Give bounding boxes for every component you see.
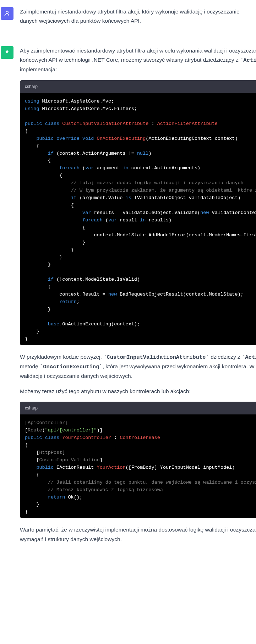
c1l11c: // Tutaj możesz dodać logikę walidacji i… xyxy=(71,180,244,186)
code-block-2: csharp Copy code [ApiController] [Route(… xyxy=(20,402,256,518)
c2l6a: [ xyxy=(36,457,39,463)
intro-code: `ActionFilterAttribute` xyxy=(240,57,256,64)
c2l5i xyxy=(25,450,36,455)
user-icon xyxy=(4,10,11,17)
c1l24: { xyxy=(25,284,51,290)
c2l9c: // Jeśli dotarliśmy do tego punktu, dane… xyxy=(48,480,256,485)
c2l10c: // Możesz kontynuować z logiką biznesową xyxy=(48,487,163,492)
c2l7i xyxy=(25,465,36,470)
c2l7b: ([FromBody] YourInputModel inputModel) xyxy=(126,465,235,470)
c1l3n: CustomInputValidationAttribute xyxy=(62,121,148,126)
c1l9i xyxy=(25,165,59,171)
c2l5b: HttpPost xyxy=(39,450,62,455)
c2l6c: ] xyxy=(100,457,103,463)
code-header-1: csharp Copy code xyxy=(20,80,256,93)
c2l6b: CustomInputValidation xyxy=(39,457,100,463)
c1l12i xyxy=(25,188,71,193)
c1l2kw: using xyxy=(25,106,39,111)
assistant-avatar xyxy=(1,46,13,59)
c1l3b: ActionFilterAttribute xyxy=(157,121,218,126)
c1l25n: new xyxy=(108,292,117,297)
code-body-1[interactable]: using Microsoft.AspNetCore.Mvc; using Mi… xyxy=(20,93,256,345)
c1l21: } xyxy=(25,254,62,260)
svg-point-0 xyxy=(6,11,9,13)
c1l13a: (argument.Value xyxy=(77,195,126,200)
c1l11i xyxy=(25,180,71,186)
c1l8: { xyxy=(25,158,51,163)
c1l13is: is xyxy=(126,195,131,200)
c1l1kw: using xyxy=(25,99,39,104)
c2l2c: ( xyxy=(42,428,45,433)
c1l9b: argument xyxy=(94,165,122,171)
c1l17: { xyxy=(25,225,85,230)
c1l16b: result xyxy=(117,218,140,223)
outro-paragraph: Warto pamiętać, że w rzeczywistej implem… xyxy=(20,525,256,544)
c1l25a: context.Result = xyxy=(59,292,108,297)
c1l1r: Microsoft.AspNetCore.Mvc; xyxy=(39,99,114,104)
c1l7n: null xyxy=(137,151,148,156)
c1l28r: .OnActionExecuting(context); xyxy=(59,321,140,327)
c2l3k1: public xyxy=(25,435,42,440)
c1l13i xyxy=(25,195,71,200)
c2l5c: ] xyxy=(62,450,65,455)
c1l26i xyxy=(25,299,59,304)
c1l7i xyxy=(25,151,48,156)
c1l13k: if xyxy=(71,195,77,200)
c1l26b: ; xyxy=(77,299,80,304)
c1l5k2: override xyxy=(56,136,80,141)
c2l2d: )] xyxy=(97,428,103,433)
c1l14: { xyxy=(25,203,74,208)
c1l5k3: void xyxy=(82,136,94,141)
c2l9i xyxy=(25,480,48,485)
c1l25b: BadRequestObjectResult(context.ModelStat… xyxy=(117,292,243,297)
code-block-1: csharp Copy code using Microsoft.AspNetC… xyxy=(20,80,256,345)
c1l16i xyxy=(25,218,82,223)
code-body-2[interactable]: [ApiController] [Route("api/[controller]… xyxy=(20,414,256,518)
c1l19: } xyxy=(25,240,85,245)
c1l15v: var xyxy=(82,210,91,215)
c1l7c: ) xyxy=(148,151,151,156)
c2l1a: [ xyxy=(25,420,28,425)
assistant-icon xyxy=(4,49,11,56)
mid1c3: `OnActionExecuting` xyxy=(40,364,103,370)
c1l4: { xyxy=(25,128,28,134)
c1l3c: : xyxy=(148,121,157,126)
mid1m1: dziedziczy z xyxy=(209,354,242,360)
c2l2s: "api/[controller]" xyxy=(45,428,97,433)
c2l11a: Ok(); xyxy=(65,495,82,500)
c2l8: { xyxy=(25,472,39,478)
c2l7k: public xyxy=(36,465,54,470)
mid-paragraph-1: W przykładowym kodzie powyżej, `CustomIn… xyxy=(20,352,256,381)
user-message-content: Zaimplementuj niestandardowy atrybut fil… xyxy=(20,7,256,32)
c1l30: } xyxy=(25,336,28,342)
c1l3k1: public xyxy=(25,121,42,126)
c2l5a: [ xyxy=(36,450,39,455)
intro-paragraph: Aby zaimplementować niestandardowy atryb… xyxy=(20,46,256,75)
c1l16in: in xyxy=(140,218,146,223)
c1l16v: var xyxy=(108,218,117,223)
c2l11i xyxy=(25,495,48,500)
c1l22: } xyxy=(25,262,51,267)
c1l12c: // W tym przykładzie zakładam, że argume… xyxy=(71,188,256,193)
c2l3c: : xyxy=(111,435,120,440)
c2l10i xyxy=(25,487,48,492)
assistant-message: Aby zaimplementować niestandardowy atryb… xyxy=(0,39,256,557)
c1l9c: context.ActionArguments) xyxy=(129,165,201,171)
mid-paragraph-2: Możemy teraz użyć tego atrybutu w naszyc… xyxy=(20,387,256,396)
c2l3k2: class xyxy=(45,435,60,440)
c2l6i xyxy=(25,457,36,463)
c2l4: { xyxy=(25,442,28,448)
c1l3k2: class xyxy=(45,121,60,126)
c1l7k: if xyxy=(48,151,54,156)
c2l1c: ] xyxy=(65,420,68,425)
c2l3n: YourApiController xyxy=(62,435,111,440)
c2l7f: YourAction xyxy=(97,465,126,470)
c1l15b: ValidationContext(argument.Value)); xyxy=(209,210,256,215)
c1l10: { xyxy=(25,173,62,178)
user-avatar xyxy=(1,7,13,20)
mid1c1: `CustomInputValidationAttribute` xyxy=(103,354,209,360)
c2l1b: ApiController xyxy=(28,420,65,425)
c1l6: { xyxy=(25,143,39,149)
mid1pre: W przykładowym kodzie powyżej, xyxy=(20,354,103,360)
c1l16c: results) xyxy=(146,218,171,223)
